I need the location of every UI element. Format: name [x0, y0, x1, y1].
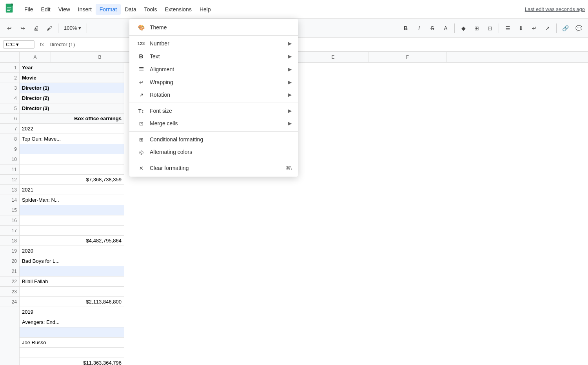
comment-button[interactable]: 💬 — [572, 22, 585, 34]
cell-4-a[interactable]: 2020 — [20, 246, 124, 256]
paint-format-button[interactable]: 🖌 — [43, 22, 56, 34]
bold-button[interactable]: B — [399, 22, 412, 34]
print-button[interactable]: 🖨 — [30, 22, 42, 34]
italic-button[interactable]: I — [413, 22, 425, 34]
col-header-f[interactable]: F — [368, 52, 447, 62]
menu-data[interactable]: Data — [121, 4, 140, 15]
merge-arrow-icon: ▶ — [288, 121, 292, 126]
alternating-label: Alternating colors — [150, 149, 292, 155]
menu-edit[interactable]: Edit — [37, 4, 54, 15]
cell-5-f[interactable]: $11,363,364,796 — [20, 358, 124, 365]
menu-format[interactable]: Format — [96, 4, 121, 15]
cell-4-b[interactable]: Bad Boys for L... — [20, 256, 124, 266]
cell-ref-value: C:C — [6, 42, 15, 47]
undo-button[interactable]: ↩ — [3, 22, 16, 34]
link-button[interactable]: 🔗 — [559, 22, 572, 34]
cell-2-a[interactable]: 2022 — [20, 124, 124, 134]
number-icon: 123 — [136, 41, 147, 46]
clear-shortcut: ⌘\ — [286, 165, 292, 171]
fill-color-button[interactable]: ◆ — [457, 22, 470, 34]
cell-3-a[interactable]: 2021 — [20, 185, 124, 195]
cell-reference[interactable]: C:C ▾ — [3, 40, 34, 49]
merge-cells-button[interactable]: ⊡ — [484, 22, 496, 34]
align-left-button[interactable]: ☰ — [501, 22, 514, 34]
format-menu-text[interactable]: B Text ▶ — [129, 50, 298, 63]
format-menu-alignment[interactable]: ☰ Alignment ▶ — [129, 63, 298, 76]
row-num-6: 6 — [0, 114, 19, 124]
format-menu-alternating[interactable]: ◎ Alternating colors — [129, 146, 298, 158]
cell-4-e[interactable] — [20, 287, 124, 297]
cell-1-a[interactable]: Year — [20, 63, 124, 73]
svg-rect-5 — [7, 9, 11, 9]
svg-rect-4 — [7, 7, 11, 8]
last-edit-label: Last edit was seconds ago — [525, 6, 585, 12]
alignment-label: Alignment — [150, 66, 288, 72]
menu-file[interactable]: File — [20, 4, 37, 15]
rotation-label: Rotation — [150, 92, 288, 98]
format-menu-merge[interactable]: ⊡ Merge cells ▶ — [129, 117, 298, 130]
menu-divider-2 — [129, 103, 298, 103]
format-menu-fontsize[interactable]: T↕ Font size ▶ — [129, 105, 298, 117]
format-menu-clear[interactable]: ✕ Clear formatting ⌘\ — [129, 162, 298, 174]
text-color-button[interactable]: A — [439, 22, 452, 34]
cell-1-f[interactable]: Box office earnings — [20, 114, 124, 124]
valign-button[interactable]: ⬇ — [515, 22, 527, 34]
palette-icon: 🎨 — [136, 24, 147, 31]
toolbar-separator-2 — [87, 23, 87, 33]
col-header-e[interactable]: E — [298, 52, 368, 62]
table-row: 2020Bad Boys for L...Bilall Fallah$2,113… — [20, 246, 520, 307]
cell-2-e[interactable] — [20, 164, 124, 175]
cell-5-a[interactable]: 2019 — [20, 307, 124, 317]
row-num-17: 17 — [0, 226, 19, 236]
cell-1-c[interactable]: Director (1) — [20, 83, 124, 93]
format-menu-rotation[interactable]: ↗ Rotation ▶ — [129, 89, 298, 101]
cell-3-b[interactable]: Spider-Man: N... — [20, 195, 124, 205]
cell-2-d[interactable] — [20, 154, 124, 164]
cell-2-c[interactable] — [20, 144, 124, 154]
cell-5-c[interactable] — [20, 327, 124, 338]
menu-tools[interactable]: Tools — [140, 4, 161, 15]
row-num-22: 22 — [0, 276, 19, 287]
cell-1-b[interactable]: Movie — [20, 73, 124, 83]
grid-scroll[interactable]: Year Movie Director (1) Director (2) Dir… — [20, 63, 588, 365]
row-num-8: 8 — [0, 134, 19, 144]
format-menu-number[interactable]: 123 Number ▶ — [129, 37, 298, 50]
table-row: 2021Spider-Man: N...$4,482,795,864 — [20, 185, 520, 246]
borders-button[interactable]: ⊞ — [470, 22, 483, 34]
theme-label: Theme — [150, 24, 292, 31]
row-num-2: 2 — [0, 73, 19, 83]
menu-view[interactable]: View — [54, 4, 74, 15]
cell-2-f[interactable]: $7,368,738,359 — [20, 175, 124, 185]
text-label: Text — [150, 53, 288, 60]
cell-4-c[interactable] — [20, 266, 124, 276]
toolbar-separator-5 — [556, 23, 557, 33]
cell-5-d[interactable]: Joe Russo — [20, 338, 124, 348]
strikethrough-button[interactable]: S — [426, 22, 439, 34]
cell-2-b[interactable]: Top Gun: Mave... — [20, 134, 124, 144]
cell-5-b[interactable]: Avengers: End... — [20, 317, 124, 327]
cell-3-f[interactable]: $4,482,795,864 — [20, 236, 124, 246]
zoom-selector[interactable]: 100% ▾ — [61, 23, 84, 33]
cell-5-e[interactable] — [20, 348, 124, 358]
alignment-arrow-icon: ▶ — [288, 67, 292, 72]
menu-insert[interactable]: Insert — [74, 4, 96, 15]
cell-3-c[interactable] — [20, 205, 124, 215]
col-header-a[interactable]: A — [20, 52, 51, 62]
format-menu-conditional[interactable]: ⊞ Conditional formatting — [129, 133, 298, 146]
redo-button[interactable]: ↪ — [16, 22, 29, 34]
cell-4-f[interactable]: $2,113,846,800 — [20, 297, 124, 307]
format-menu-wrapping[interactable]: ↵ Wrapping ▶ — [129, 76, 298, 89]
cell-4-d[interactable]: Bilall Fallah — [20, 276, 124, 287]
text-wrap-button[interactable]: ↵ — [528, 22, 541, 34]
cell-1-e[interactable]: Director (3) — [20, 103, 124, 114]
format-menu-theme[interactable]: 🎨 Theme — [129, 21, 298, 34]
menu-help[interactable]: Help — [196, 4, 215, 15]
text-rotate-button[interactable]: ↗ — [541, 22, 554, 34]
number-arrow-icon: ▶ — [288, 41, 292, 46]
cell-3-e[interactable] — [20, 226, 124, 236]
menu-extensions[interactable]: Extensions — [161, 4, 195, 15]
svg-rect-6 — [7, 10, 10, 11]
cell-1-d[interactable]: Director (2) — [20, 93, 124, 103]
alignment-icon: ☰ — [136, 66, 147, 73]
cell-3-d[interactable] — [20, 215, 124, 226]
